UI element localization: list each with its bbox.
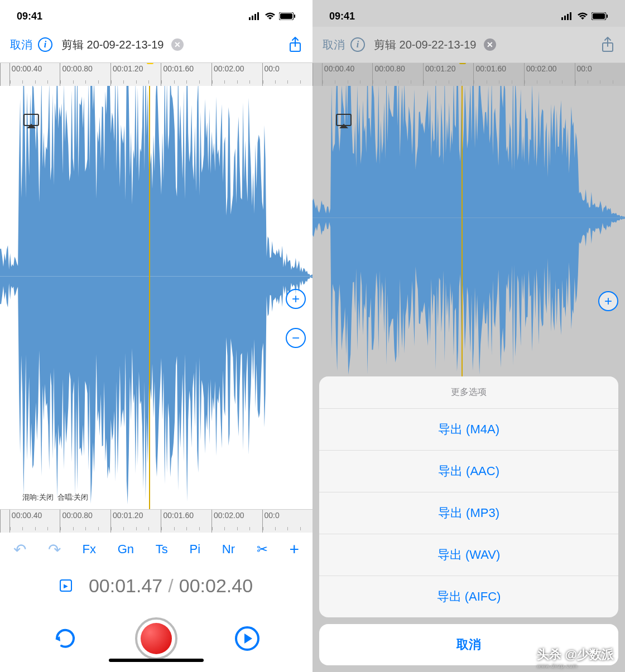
ruler-top-content: 00:00.4000:00.8000:01.2000:01.6000:02.00… [0,63,312,86]
svg-rect-10 [564,16,566,20]
status-bar: 09:41 [0,0,312,27]
undo-button[interactable]: ↶ [13,540,26,559]
battery-icon [279,12,296,20]
export-aifc-option[interactable]: 导出 (AIFC) [319,576,618,617]
status-time: 09:41 [329,11,355,22]
action-sheet: 更多选项 导出 (M4A) 导出 (AAC) 导出 (MP3) 导出 (WAV)… [319,376,618,665]
svg-rect-9 [561,17,563,20]
signal-icon [249,12,261,20]
time-display: ▶ 00:01.47 / 00:02.40 [0,566,312,605]
cancel-button[interactable]: 取消 [10,37,32,52]
export-wav-option[interactable]: 导出 (WAV) [319,534,618,576]
phone-right: 09:41 取消 i 剪辑 20-09-22-13-19 ✕ [312,0,625,672]
airplay-icon[interactable] [336,114,352,126]
ruler-bottom-content: 00:00.4000:00.8000:01.2000:01.6000:02.00… [0,510,312,533]
svg-rect-0 [249,17,251,20]
ruler-bottom[interactable]: 00:00.4000:00.8000:01.2000:01.6000:02.00… [0,509,312,533]
zoom-in-button[interactable]: + [598,291,618,311]
transport-controls [0,605,312,672]
svg-rect-6 [294,14,295,18]
playhead-marker-icon[interactable] [459,62,466,64]
svg-rect-5 [280,13,292,19]
nav-title: 剪辑 20-09-22-13-19 [374,37,476,52]
add-button[interactable]: + [289,540,299,559]
ruler-top-content-right: 00:00.4000:00.8000:01.2000:01.6000:02.00… [312,63,625,86]
clear-title-icon[interactable]: ✕ [171,38,184,51]
total-time: 00:02.40 [179,575,253,597]
signal-icon [561,12,574,20]
share-icon[interactable] [600,36,615,53]
playhead-marker-icon[interactable] [147,62,153,64]
svg-rect-3 [257,12,259,20]
waveform-area[interactable]: 混响:关闭 合唱:关闭 + − [0,86,312,509]
zoom-in-button[interactable]: + [286,289,306,309]
playhead-line [461,86,463,379]
waveform-icon [312,86,625,379]
nav-bar: 取消 i 剪辑 20-09-22-13-19 ✕ [312,27,625,62]
status-time: 09:41 [17,11,42,22]
svg-rect-12 [570,12,571,20]
toolbar: ↶ ↷ Fx Gn Ts Pi Nr ✂ + [0,533,312,566]
svg-rect-1 [252,16,253,20]
nr-button[interactable]: Nr [222,542,235,557]
cancel-button[interactable]: 取消 [323,37,345,52]
svg-rect-14 [593,13,605,19]
airplay-icon[interactable] [23,114,39,126]
export-mp3-option[interactable]: 导出 (MP3) [319,492,618,534]
current-time: 00:01.47 [89,575,162,597]
status-bar: 09:41 [312,0,625,27]
fx-button[interactable]: Fx [82,542,95,557]
ts-button[interactable]: Ts [156,542,168,557]
info-icon[interactable]: i [38,37,52,52]
playhead-line [149,86,150,509]
svg-rect-15 [607,14,608,18]
export-m4a-option[interactable]: 导出 (M4A) [319,409,618,451]
gn-button[interactable]: Gn [118,542,134,557]
phone-left: 09:41 取消 i 剪辑 20-09-22-13-19 ✕ [0,0,312,672]
svg-rect-2 [254,14,256,20]
ruler-top[interactable]: 00:00.4000:00.8000:01.2000:01.6000:02.00… [0,62,312,86]
play-button[interactable] [233,625,261,652]
export-aac-option[interactable]: 导出 (AAC) [319,451,618,492]
clear-title-icon[interactable]: ✕ [484,38,496,51]
home-indicator[interactable] [109,659,204,662]
svg-rect-11 [567,14,569,20]
info-icon[interactable]: i [350,37,365,52]
nav-title: 剪辑 20-09-22-13-19 [61,37,164,52]
play-indicator-icon[interactable]: ▶ [60,579,72,592]
sheet-title: 更多选项 [319,376,618,409]
waveform-icon [0,86,312,509]
record-button[interactable] [135,617,177,660]
nav-bar: 取消 i 剪辑 20-09-22-13-19 ✕ [0,27,312,62]
waveform-area[interactable]: + [312,86,625,379]
battery-icon [592,12,608,20]
cut-button[interactable]: ✂ [257,542,268,557]
wifi-icon [577,12,588,20]
rewind-button[interactable] [51,625,79,652]
zoom-out-button[interactable]: − [286,328,306,348]
wifi-icon [265,12,276,20]
share-icon[interactable] [288,36,302,53]
watermark: 头杀 @少数派 www.dnzp.com [537,646,614,669]
redo-button[interactable]: ↷ [48,540,61,559]
effects-label: 混响:关闭 合唱:关闭 [22,492,88,502]
ruler-top[interactable]: 00:00.4000:00.8000:01.2000:01.6000:02.00… [312,62,625,86]
pi-button[interactable]: Pi [189,542,200,557]
